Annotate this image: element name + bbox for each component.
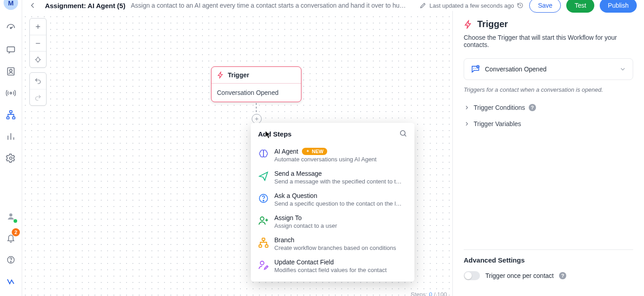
step-subtitle: Send a specific question to the contact … — [274, 200, 407, 207]
workflow-icon — [6, 110, 16, 120]
popover-title: Add Steps — [258, 130, 291, 138]
svg-point-3 — [9, 69, 12, 72]
brand-mark-icon — [6, 277, 15, 286]
redo-button[interactable] — [30, 89, 46, 105]
svg-point-14 — [400, 131, 405, 136]
step-title: Ask a Question — [274, 192, 407, 199]
nav-dashboard[interactable] — [2, 19, 20, 37]
avatar-letter: M — [8, 0, 14, 7]
workflow-canvas[interactable]: Trigger Conversation Opened Add Steps AI… — [22, 11, 452, 296]
undo-icon — [34, 77, 42, 85]
rail-notifications[interactable]: 2 — [2, 229, 20, 247]
plus-icon — [34, 23, 42, 30]
workflow-title[interactable]: Assignment: AI Agent (5) — [45, 2, 125, 9]
svg-point-11 — [10, 261, 11, 262]
svg-rect-2 — [8, 68, 14, 75]
history-icon[interactable] — [517, 2, 524, 9]
nav-workflows[interactable] — [2, 106, 20, 124]
bolt-icon — [464, 20, 473, 29]
zoom-out-button[interactable] — [30, 35, 46, 51]
nav-broadcast[interactable] — [2, 84, 20, 102]
svg-point-4 — [10, 92, 12, 94]
trigger-config-panel: Trigger Choose the Trigger that will sta… — [452, 11, 644, 296]
search-icon — [399, 129, 407, 137]
trigger-selector[interactable]: Conversation Opened — [464, 58, 633, 80]
last-updated-text: Last updated a few seconds ago — [429, 2, 514, 9]
back-button[interactable] — [26, 0, 39, 13]
sparkle-icon — [306, 149, 310, 154]
chevron-down-icon — [619, 66, 626, 73]
step-subtitle: Create workflow branches based on condit… — [274, 244, 407, 251]
nav-reports[interactable] — [2, 127, 20, 146]
step-option-update-contact-field[interactable]: Update Contact Field Modifies contact fi… — [253, 255, 413, 277]
trigger-hint: Triggers for a contact when a conversati… — [464, 86, 633, 93]
notification-badge: 2 — [12, 228, 20, 236]
plus-icon — [254, 116, 259, 122]
section-label: Trigger Variables — [474, 120, 521, 127]
conversation-icon — [470, 64, 480, 74]
trigger-variables-section[interactable]: Trigger Variables — [464, 116, 633, 132]
svg-rect-18 — [262, 238, 265, 240]
add-steps-popover: Add Steps AI Agent NEW — [251, 123, 414, 282]
chevron-right-icon — [464, 121, 470, 127]
trigger-conditions-section[interactable]: Trigger Conditions ? — [464, 99, 633, 116]
trigger-node[interactable]: Trigger Conversation Opened — [211, 66, 301, 102]
trigger-once-toggle[interactable] — [464, 271, 480, 280]
gauge-icon — [6, 23, 16, 33]
step-option-assign-to[interactable]: Assign To Assign contact to a user — [253, 211, 413, 233]
svg-rect-20 — [265, 245, 268, 247]
test-button[interactable]: Test — [566, 0, 594, 13]
trigger-selected-label: Conversation Opened — [485, 66, 546, 73]
pencil-icon — [419, 2, 427, 9]
undo-button[interactable] — [30, 73, 46, 89]
popover-search-button[interactable] — [399, 129, 407, 139]
section-label: Trigger Conditions — [474, 104, 525, 111]
trigger-once-label: Trigger once per contact — [485, 272, 554, 279]
help-icon — [6, 255, 15, 264]
help-tooltip-icon[interactable]: ? — [529, 104, 536, 111]
save-button[interactable]: Save — [529, 0, 561, 13]
svg-rect-5 — [9, 111, 12, 113]
step-title: Assign To — [274, 214, 407, 221]
svg-rect-6 — [7, 117, 9, 119]
rail-presence[interactable] — [2, 207, 20, 226]
steps-counter: Steps: 0 / 100 — [411, 291, 447, 296]
svg-rect-7 — [13, 117, 15, 119]
svg-point-16 — [263, 200, 264, 201]
bars-icon — [6, 132, 16, 141]
step-option-ai-agent[interactable]: AI Agent NEW Automate conversations usin… — [253, 144, 413, 166]
recenter-button[interactable] — [30, 51, 46, 67]
workflow-description: Assign a contact to an AI agent every ti… — [131, 2, 409, 9]
step-title: Update Contact Field — [274, 258, 407, 266]
svg-point-9 — [9, 213, 13, 216]
contact-icon — [6, 66, 16, 76]
chat-icon — [6, 45, 16, 55]
nav-inbox[interactable] — [2, 41, 20, 59]
publish-button[interactable]: Publish — [600, 0, 637, 13]
question-circle-icon — [258, 193, 269, 204]
nav-contacts[interactable] — [2, 62, 20, 80]
editor-header: Assignment: AI Agent (5) Assign a contac… — [22, 0, 644, 11]
add-step-button[interactable] — [252, 114, 262, 124]
step-title: AI Agent — [274, 148, 298, 155]
online-dot-icon — [14, 219, 17, 223]
rail-help[interactable] — [2, 251, 20, 269]
step-subtitle: Automate conversations using AI Agent — [274, 156, 407, 163]
step-option-ask-question[interactable]: Ask a Question Send a specific question … — [253, 188, 413, 211]
svg-point-8 — [9, 157, 12, 160]
step-option-branch[interactable]: Branch Create workflow branches based on… — [253, 233, 413, 255]
svg-point-13 — [36, 58, 40, 61]
nav-settings[interactable] — [2, 149, 20, 167]
trigger-node-header: Trigger — [212, 67, 301, 84]
workspace-avatar[interactable]: M — [4, 0, 18, 10]
step-title: Branch — [274, 236, 407, 244]
branch-icon — [258, 237, 269, 248]
new-badge: NEW — [302, 148, 327, 155]
send-icon — [258, 171, 269, 182]
crosshair-icon — [34, 56, 42, 63]
step-option-send-message[interactable]: Send a Message Send a message with the s… — [253, 166, 413, 188]
help-tooltip-icon[interactable]: ? — [559, 272, 566, 279]
step-subtitle: Send a message with the specified conten… — [274, 178, 407, 185]
rail-brand[interactable] — [2, 273, 20, 291]
zoom-in-button[interactable] — [30, 19, 46, 35]
